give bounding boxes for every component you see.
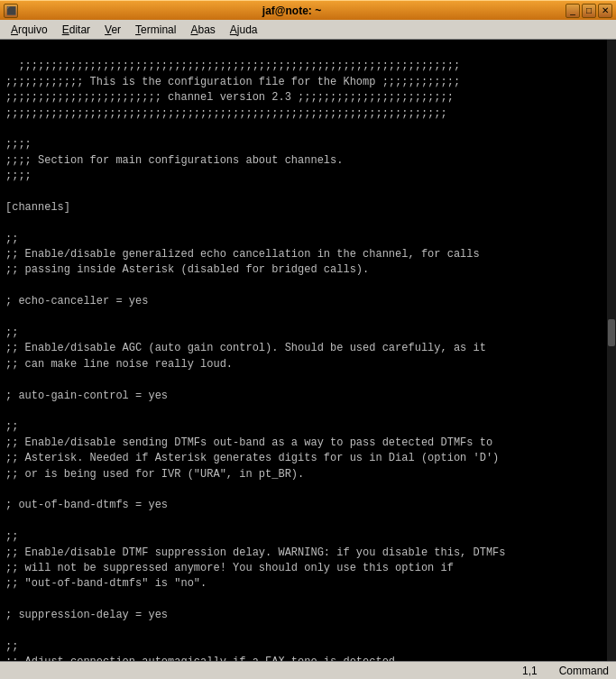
editor-area[interactable]: ;;;;;;;;;;;;;;;;;;;;;;;;;;;;;;;;;;;;;;;;… bbox=[0, 40, 616, 661]
scrollbar-thumb[interactable] bbox=[608, 319, 615, 346]
statusbar-text: 1,1 Command bbox=[522, 665, 609, 677]
statusbar: 1,1 Command bbox=[0, 661, 616, 679]
scrollbar[interactable] bbox=[607, 40, 616, 661]
titlebar: ⬛ jaf@note: ~ _ □ ✕ bbox=[0, 0, 616, 20]
close-button[interactable]: ✕ bbox=[598, 4, 612, 18]
menu-arquivo[interactable]: Arquivo bbox=[4, 22, 55, 38]
menu-editar[interactable]: Editar bbox=[55, 22, 97, 38]
cursor-position: 1,1 bbox=[522, 665, 538, 677]
menu-abas[interactable]: Abas bbox=[183, 22, 222, 38]
menu-ver[interactable]: Ver bbox=[97, 22, 128, 38]
editor-mode: Command bbox=[559, 665, 609, 677]
window-icon: ⬛ bbox=[4, 4, 18, 18]
menu-terminal[interactable]: Terminal bbox=[128, 22, 183, 38]
menu-ajuda[interactable]: Ajuda bbox=[223, 22, 265, 38]
window-title: jaf@note: ~ bbox=[18, 5, 565, 17]
minimize-button[interactable]: _ bbox=[565, 4, 580, 18]
menubar: Arquivo Editar Ver Terminal Abas Ajuda bbox=[0, 20, 616, 40]
maximize-button[interactable]: □ bbox=[582, 4, 596, 18]
titlebar-left-buttons: ⬛ bbox=[4, 4, 18, 18]
editor-content: ;;;;;;;;;;;;;;;;;;;;;;;;;;;;;;;;;;;;;;;;… bbox=[5, 60, 506, 661]
window-controls: _ □ ✕ bbox=[565, 4, 612, 18]
